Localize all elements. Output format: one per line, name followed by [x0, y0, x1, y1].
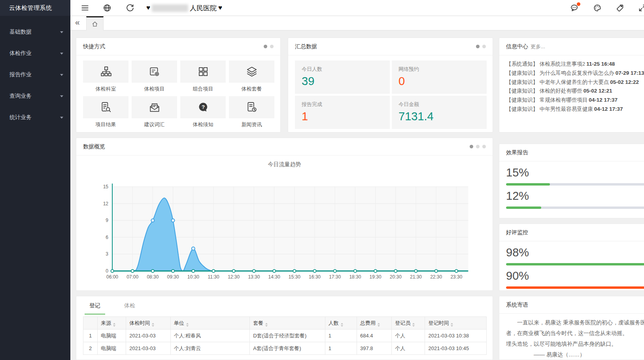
- mail-icon: [132, 96, 177, 118]
- svg-text:13:30: 13:30: [248, 274, 260, 280]
- carousel-dot[interactable]: [476, 45, 480, 48]
- tag-icon[interactable]: [616, 4, 624, 12]
- sidebar-item-label: 报告作业: [9, 71, 32, 78]
- card-title: 效果报告: [506, 144, 528, 161]
- shortcut-label: 建议词汇: [132, 121, 177, 128]
- shortcut-doc-clock[interactable]: 新闻资讯: [229, 96, 274, 128]
- sort-icon[interactable]: [378, 323, 380, 327]
- shortcut-org-chart[interactable]: 体检科室: [83, 61, 128, 93]
- shortcut-label: 体检科室: [83, 85, 128, 93]
- stat-label: 报告完成: [302, 101, 383, 108]
- shortcut-grid[interactable]: 组合项目: [180, 61, 226, 93]
- news-item[interactable]: 【健康知识】 常规体检有哪些项目04-12 17:37: [506, 96, 644, 105]
- tab-home[interactable]: [86, 16, 104, 30]
- sort-icon[interactable]: [152, 323, 154, 327]
- shortcut-label: 新闻资讯: [229, 121, 274, 128]
- shortcut-layers[interactable]: 体检套餐: [229, 61, 274, 93]
- news-item[interactable]: 【健康知识】 为什么耳鸣会反复发作该怎么办07-29 17:13: [506, 69, 644, 78]
- menu-fold-icon[interactable]: [81, 4, 89, 12]
- sidebar-item-1[interactable]: 基础数据: [0, 21, 70, 43]
- column-header-index: [83, 317, 98, 330]
- card-effect-report: 效果报告 15%12%: [499, 144, 644, 218]
- svg-text:07:00: 07:00: [127, 274, 138, 280]
- svg-text:19:30: 19:30: [370, 274, 381, 280]
- cell: 电脑端: [98, 342, 126, 355]
- stat-今日人数: 今日人数39: [295, 61, 390, 94]
- progress-fill: [506, 183, 550, 186]
- shortcut-mail[interactable]: 建议词汇: [132, 96, 177, 128]
- news-item[interactable]: 【健康知识】 中老年人保健养生的十大要点05-02 12:22: [506, 78, 644, 87]
- motto-line: 一直以来，易康达 秉承服务医院的初心，虔诚服务医院: [506, 317, 644, 328]
- sidebar-menu: 基础数据体检作业报告作业查询业务统计业务: [0, 16, 70, 128]
- svg-text:3: 3: [106, 251, 108, 257]
- news-item[interactable]: 【健康知识】 中年男性最容易亚健康04-12 17:37: [506, 105, 644, 114]
- chevron-down-icon: [60, 74, 63, 76]
- percent-value: 90%: [506, 269, 644, 282]
- column-header-8[interactable]: 登记时间: [425, 317, 487, 330]
- doc-gear-icon: [132, 61, 177, 83]
- column-header-2[interactable]: 体检时间: [126, 317, 170, 330]
- question-bubble-icon: ?: [180, 96, 226, 118]
- motto-text: 一直以来，易康达 秉承服务医院的初心，虔诚服务医院者，在商业横飞的当今时代，这一…: [499, 314, 644, 360]
- sort-icon[interactable]: [451, 323, 453, 327]
- news-item[interactable]: 【系统通知】 体检系统注意事项211-25 16:48: [506, 60, 644, 69]
- stat-value: 0: [398, 75, 480, 88]
- progress-track: [506, 263, 644, 265]
- collapse-sidebar-button[interactable]: «: [75, 17, 80, 27]
- palette-icon[interactable]: [593, 4, 602, 12]
- column-header-4[interactable]: 套餐: [250, 317, 325, 330]
- sidebar-item-label: 基础数据: [9, 28, 32, 36]
- sidebar-item-label: 统计业务: [9, 114, 32, 121]
- svg-text:6: 6: [106, 235, 108, 240]
- cell: 2021-03-03 10:38: [425, 330, 487, 342]
- sidebar-item-2[interactable]: 体检作业: [0, 43, 70, 64]
- sort-icon[interactable]: [341, 323, 343, 327]
- doc-clock-icon: [229, 96, 274, 118]
- svg-text:09:30: 09:30: [167, 274, 179, 280]
- progress-track: [506, 207, 644, 209]
- carousel-dot[interactable]: [482, 45, 486, 48]
- column-header-1[interactable]: 来源: [98, 317, 126, 330]
- heart-icon: ♥: [146, 4, 150, 12]
- percent-value: 15%: [506, 166, 644, 179]
- carousel-dot[interactable]: [482, 145, 486, 148]
- sort-icon[interactable]: [113, 323, 115, 327]
- carousel-dot[interactable]: [270, 45, 274, 48]
- carousel-dot[interactable]: [264, 45, 267, 48]
- column-header-6[interactable]: 总费用: [357, 317, 391, 330]
- stat-value: 7131.4: [398, 110, 480, 123]
- carousel-dot[interactable]: [470, 145, 473, 148]
- svg-text:18:30: 18:30: [349, 274, 361, 280]
- refresh-icon[interactable]: [126, 4, 134, 12]
- carousel-dot[interactable]: [476, 145, 480, 148]
- more-link[interactable]: 更多...: [531, 38, 545, 55]
- svg-text:0: 0: [106, 268, 108, 274]
- column-header-7[interactable]: 登记员: [392, 317, 425, 330]
- sidebar-item-5[interactable]: 统计业务: [0, 107, 70, 128]
- column-header-3[interactable]: 单位: [170, 317, 250, 330]
- shortcut-doc-gear[interactable]: 体检项目: [132, 61, 177, 93]
- sort-icon[interactable]: [186, 323, 189, 327]
- column-header-5[interactable]: 人数: [325, 317, 357, 330]
- cell: 2021-03-03: [126, 330, 170, 342]
- tab-体检[interactable]: 体检: [119, 296, 140, 315]
- heart-icon: ♥: [218, 4, 222, 12]
- summary-stats: 今日人数39网络预约0报告完成1今日金额7131.4: [288, 55, 493, 129]
- messages-icon[interactable]: [570, 4, 579, 12]
- table-header-row: 来源体检时间单位套餐人数总费用登记员登记时间: [83, 317, 487, 330]
- sidebar-item-4[interactable]: 查询业务: [0, 85, 70, 107]
- sort-icon[interactable]: [412, 323, 415, 327]
- tabbar: «: [70, 16, 644, 30]
- shortcut-doc-search[interactable]: 项目结果: [83, 96, 128, 128]
- topbar: ♥ 人民医院 ♥: [70, 0, 644, 16]
- shortcut-question-bubble[interactable]: ?体检须知: [180, 96, 226, 128]
- sidebar-item-3[interactable]: 报告作业: [0, 64, 70, 85]
- tab-登记[interactable]: 登记: [85, 296, 105, 315]
- shortcut-label: 体检须知: [180, 121, 226, 128]
- register-tabs: 登记体检: [76, 296, 493, 315]
- fullscreen-icon[interactable]: [638, 4, 644, 12]
- sort-icon[interactable]: [265, 323, 268, 327]
- svg-text:15: 15: [103, 184, 109, 189]
- news-item[interactable]: 【健康知识】 体检的好处有哪些05-02 12:21: [506, 87, 644, 96]
- globe-icon[interactable]: [103, 4, 111, 12]
